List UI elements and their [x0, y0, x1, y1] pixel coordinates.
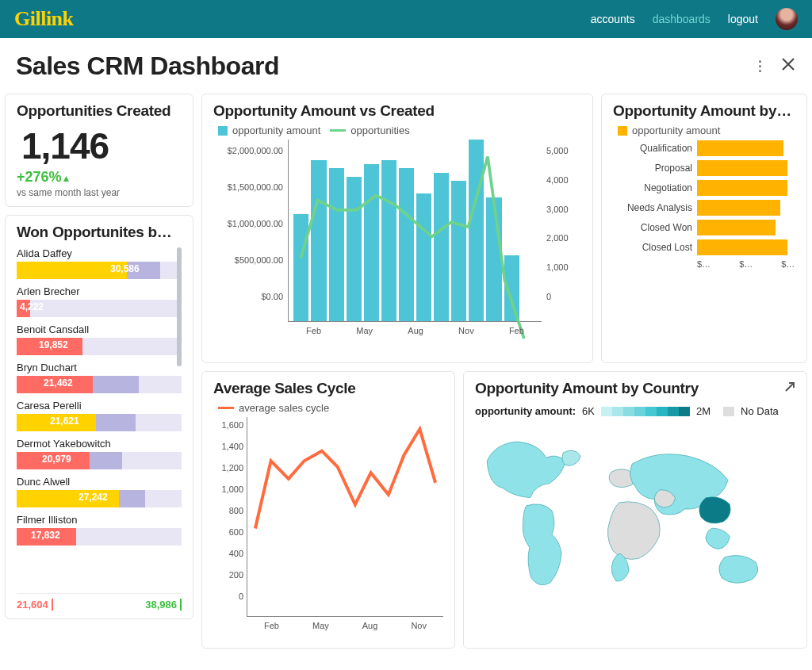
won-row[interactable]: Dermot Yakebowitch20,979: [17, 438, 182, 469]
ovc-y-axis-right: 5,0004,0003,0002,0001,0000: [545, 140, 581, 322]
map-legend: opportunity amount: 6K 2M No Data: [475, 405, 795, 417]
stage-row: Needs Analysis: [613, 200, 795, 216]
up-triangle-icon: ▲: [62, 173, 71, 184]
won-footer-green: 38,986: [145, 599, 182, 611]
ovc-x-axis: FebMayAugNovFeb: [289, 326, 542, 335]
avatar[interactable]: [776, 8, 798, 30]
nav-logout[interactable]: logout: [728, 13, 758, 25]
won-row-name: Arlen Brecher: [17, 285, 182, 297]
won-row-name: Dermot Yakebowitch: [17, 438, 182, 450]
stage-row: Closed Won: [613, 220, 795, 235]
won-row-bar: 21,462: [17, 376, 182, 393]
ovc-plot: FebMayAugNovFeb: [288, 140, 542, 322]
kebab-menu-icon[interactable]: [759, 60, 761, 72]
won-row[interactable]: Alida Daffey30,586: [17, 247, 182, 279]
won-footer-red: 21,604: [17, 599, 53, 611]
nodata-swatch: [723, 407, 734, 416]
stage-row: Proposal: [613, 160, 795, 176]
line-swatch-icon: [330, 129, 346, 132]
won-row[interactable]: Bryn Duchart21,462: [17, 362, 182, 393]
won-title: Won Opportunites b…: [17, 224, 182, 241]
won-row[interactable]: Dunc Alwell27,242: [17, 476, 182, 507]
card-won-opportunities[interactable]: Won Opportunites b… Alida Daffey30,586Ar…: [5, 215, 193, 619]
asc-title: Average Sales Cycle: [213, 380, 443, 397]
page-header: Sales CRM Dashboard: [0, 38, 812, 94]
top-nav: accounts dashboards logout: [591, 8, 798, 30]
ovc-line-overlay: [293, 140, 536, 382]
line-swatch-icon: [218, 407, 234, 409]
card-opportunities-created[interactable]: Opportunities Created 1,146 +276%▲ vs sa…: [5, 94, 193, 207]
kpi-delta: +276%▲: [17, 169, 182, 186]
world-map: [475, 422, 795, 612]
square-icon: [618, 126, 627, 136]
ovc-y-axis-left: $2,000,000.00$1,500,000.00$1,000,000.00$…: [213, 140, 285, 322]
stage-plot: QualificationProposalNegotiationNeeds An…: [613, 140, 795, 255]
map-title: Opportunity Amount by Country: [475, 380, 699, 397]
kpi-compare: vs same month last year: [17, 187, 182, 198]
won-row-name: Benoit Cansdall: [17, 324, 182, 335]
asc-y-axis: 1,6001,4001,2001,0008006004002000: [213, 417, 247, 617]
kpi-value: 1,146: [21, 124, 182, 167]
won-row-bar: 27,242: [17, 490, 182, 507]
topbar: Gillink accounts dashboards logout: [0, 0, 812, 38]
nav-dashboards[interactable]: dashboards: [653, 13, 710, 25]
expand-icon[interactable]: [783, 380, 797, 394]
stage-row: Closed Lost: [613, 239, 795, 255]
won-row[interactable]: Filmer Illiston17,832: [17, 514, 182, 546]
won-row[interactable]: Benoit Cansdall19,852: [17, 324, 182, 355]
stage-row: Qualification: [613, 140, 795, 156]
won-row-bar: 17,832: [17, 528, 182, 546]
won-row-bar: 30,586: [17, 262, 182, 279]
stage-title: Opportunity Amount by St…: [613, 102, 795, 120]
card-opp-amount-vs-created[interactable]: Opportunity Amount vs Created opportunit…: [201, 94, 593, 363]
asc-plot: FebMayAugNov: [247, 417, 443, 617]
ovc-legend: opportunity amount opportunities: [218, 124, 581, 136]
won-footer: 21,604 38,986: [17, 593, 182, 611]
brand-logo: Gillink: [14, 7, 74, 31]
page-title: Sales CRM Dashboard: [16, 52, 279, 81]
won-row[interactable]: Arlen Brecher4,222: [17, 285, 182, 317]
won-row-name: Caresa Perelli: [17, 400, 182, 412]
stage-x-axis: $…$…$…: [697, 259, 795, 269]
dashboard-grid: Opportunities Created 1,146 +276%▲ vs sa…: [0, 94, 812, 657]
close-icon[interactable]: [780, 56, 796, 75]
won-row-name: Dunc Alwell: [17, 476, 182, 488]
stage-row: Negotiation: [613, 180, 795, 196]
won-row-name: Bryn Duchart: [17, 362, 182, 373]
card-opp-amount-by-stage[interactable]: Opportunity Amount by St… opportunity am…: [601, 94, 807, 363]
won-list: Alida Daffey30,586Arlen Brecher4,222Beno…: [17, 247, 182, 590]
won-row-bar: 4,222: [17, 300, 182, 317]
won-row-name: Filmer Illiston: [17, 514, 182, 526]
asc-x-axis: FebMayAugNov: [247, 621, 443, 630]
won-row[interactable]: Caresa Perelli21,621: [17, 400, 182, 431]
card-opp-amount-by-country[interactable]: Opportunity Amount by Country opportunit…: [463, 371, 807, 649]
won-row-bar: 20,979: [17, 452, 182, 469]
card-average-sales-cycle[interactable]: Average Sales Cycle average sales cycle …: [201, 371, 455, 649]
ovc-title: Opportunity Amount vs Created: [213, 102, 581, 120]
won-row-bar: 19,852: [17, 338, 182, 355]
kpi-title: Opportunities Created: [17, 102, 182, 120]
won-row-name: Alida Daffey: [17, 247, 182, 259]
won-row-bar: 21,621: [17, 414, 182, 431]
nav-accounts[interactable]: accounts: [591, 13, 635, 25]
square-icon: [218, 126, 228, 136]
